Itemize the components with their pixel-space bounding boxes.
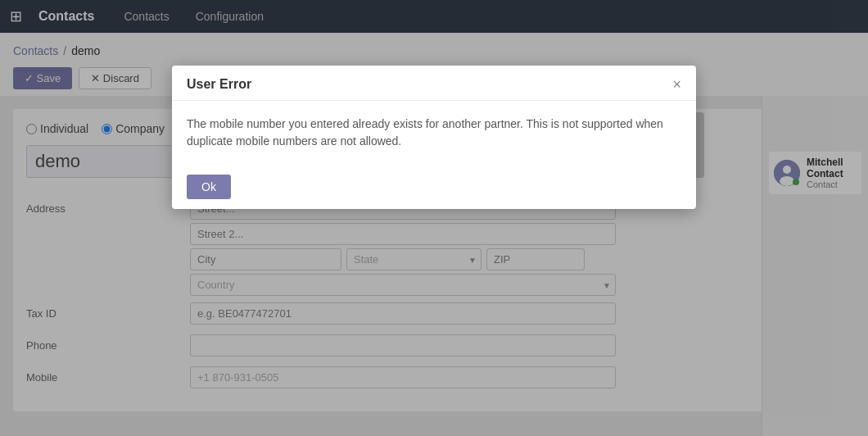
ok-button[interactable]: Ok [187,175,231,199]
modal-overlay: User Error × The mobile number you enter… [0,96,868,436]
user-error-modal: User Error × The mobile number you enter… [172,96,696,209]
modal-body: The mobile number you entered already ex… [172,101,696,165]
main-content: Individual Company Address [0,96,868,436]
modal-message: The mobile number you entered already ex… [187,117,663,148]
modal-footer: Ok [172,165,696,209]
